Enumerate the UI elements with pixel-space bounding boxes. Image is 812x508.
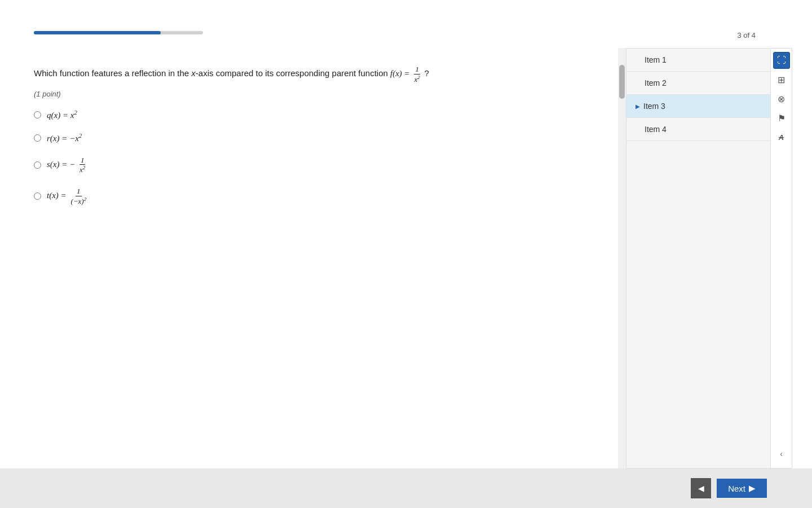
point-label: (1 point) xyxy=(34,90,592,98)
item-2-label: Item 2 xyxy=(645,78,667,87)
scrollbar[interactable] xyxy=(618,48,626,468)
top-bar: 3 of 4 xyxy=(0,0,812,48)
icon-column: ⛶ ⊞ ⊗ ⚑ A ‹ xyxy=(770,49,792,468)
question-text: Which function features a reflection in … xyxy=(34,65,592,84)
parent-function: f(x) = 1 x2 xyxy=(390,69,425,78)
item-4-label: Item 4 xyxy=(645,125,667,134)
sidebar-panel: Item 1 Item 2 Item 3 Item 4 ⛶ ⊞ ⊗ ⚑ A ‹ xyxy=(626,48,792,468)
sidebar-item-3[interactable]: Item 3 xyxy=(626,95,770,118)
item-3-label: Item 3 xyxy=(643,102,665,111)
choice-b-label[interactable]: r(x) = −x2 xyxy=(47,133,82,143)
expand-icon[interactable]: ⛶ xyxy=(773,52,790,69)
scroll-thumb[interactable] xyxy=(619,65,625,99)
next-button[interactable]: Next ▶ xyxy=(717,479,767,498)
progress-bar xyxy=(34,31,203,34)
radio-b[interactable] xyxy=(34,134,41,142)
radio-a[interactable] xyxy=(34,111,41,119)
circle-x-icon[interactable]: ⊗ xyxy=(773,90,790,107)
choice-a[interactable]: q(x) = x2 xyxy=(34,110,592,120)
chevron-left-icon[interactable]: ‹ xyxy=(773,445,790,462)
main-content: Which function features a reflection in … xyxy=(0,48,626,468)
choice-a-label[interactable]: q(x) = x2 xyxy=(47,110,77,120)
choice-c-label[interactable]: s(x) = − 1 x2 xyxy=(47,156,87,175)
sidebar-item-2[interactable]: Item 2 xyxy=(626,72,770,95)
page-counter: 3 of 4 xyxy=(737,31,756,40)
strikethrough-icon[interactable]: A xyxy=(773,129,790,146)
flag-icon[interactable]: ⚑ xyxy=(773,110,790,126)
radio-c[interactable] xyxy=(34,161,41,169)
item-1-label: Item 1 xyxy=(645,55,667,64)
prev-button[interactable]: ◀ xyxy=(691,478,711,498)
item-list: Item 1 Item 2 Item 3 Item 4 xyxy=(626,49,770,468)
radio-d[interactable] xyxy=(34,192,41,200)
grid-icon[interactable]: ⊞ xyxy=(773,71,790,88)
sidebar-item-4[interactable]: Item 4 xyxy=(626,118,770,141)
choice-d-label[interactable]: t(x) = 1 (−x)2 xyxy=(47,187,89,206)
choice-b[interactable]: r(x) = −x2 xyxy=(34,133,592,143)
footer: ◀ Next ▶ xyxy=(0,468,812,508)
sidebar-item-1[interactable]: Item 1 xyxy=(626,49,770,72)
choice-c[interactable]: s(x) = − 1 x2 xyxy=(34,156,592,175)
choice-d[interactable]: t(x) = 1 (−x)2 xyxy=(34,187,592,206)
next-label: Next xyxy=(728,484,745,493)
next-arrow: ▶ xyxy=(749,483,756,493)
progress-fill xyxy=(34,31,161,34)
